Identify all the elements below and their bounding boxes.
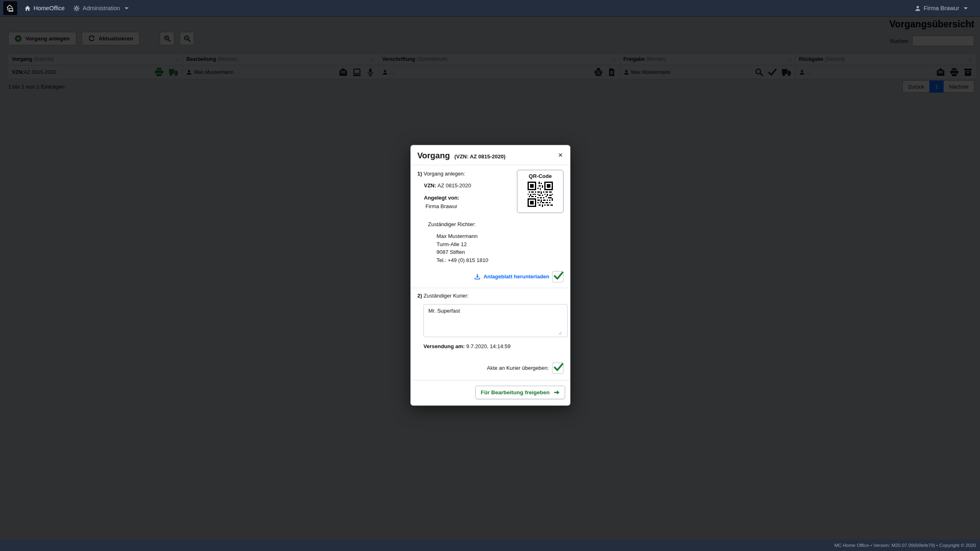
download-link-label: Anlageblatt herunterladen	[483, 273, 549, 280]
modal-footer: Für Bearbeitung freigeben	[411, 380, 570, 405]
step1-vzn: VZN: AZ 0815-2020	[424, 182, 471, 189]
courier-textarea[interactable]: Mr. Superfast	[423, 304, 568, 337]
qr-title: QR-Code	[520, 173, 561, 180]
handover-label: Akte an Kurier übergeben:	[487, 365, 549, 371]
handover-checkbox[interactable]	[552, 362, 564, 374]
modal-title: Vorgang	[417, 151, 450, 160]
step1-heading: 1) Vorgang anlegen:	[417, 171, 471, 177]
handover-row: Akte an Kurier übergeben:	[417, 362, 564, 375]
nav-brand-label: HomeOffice	[33, 5, 65, 11]
step1-created-value: Firma Brawur	[425, 203, 471, 210]
download-row: Anlageblatt herunterladen	[417, 271, 564, 282]
step1-text-block: 1) Vorgang anlegen: VZN: AZ 0815-2020 An…	[417, 171, 471, 215]
gear-icon	[74, 5, 80, 11]
richter-name: Max Mustermann	[437, 232, 564, 240]
app-footer: MC Home Office • Version: M20.07.09(66fe…	[0, 540, 980, 551]
nav-administration[interactable]: Administration	[74, 5, 129, 11]
release-for-bearbeitung-button[interactable]: Für Bearbeitung freigeben	[475, 386, 565, 399]
richter-street: Turm-Alle 12	[437, 240, 564, 249]
vorgang-modal: Vorgang (VZN: AZ 0815-2020) × 1) Vorgang…	[410, 145, 570, 406]
qr-card: QR-Code	[517, 170, 564, 213]
close-icon[interactable]: ×	[557, 151, 564, 159]
step2-heading: 2) Zuständiger Kurier:	[417, 293, 564, 299]
step2-block: 2) Zuständiger Kurier: Mr. Superfast Ver…	[417, 288, 564, 375]
house-icon	[24, 5, 31, 11]
modal-header: Vorgang (VZN: AZ 0815-2020) ×	[411, 145, 570, 165]
chevron-down-icon	[125, 7, 129, 9]
app-logo[interactable]	[3, 1, 17, 15]
step1-created-label: Angelegt von:	[424, 195, 471, 201]
arrow-right-icon	[554, 389, 560, 395]
nav-menu-label: Administration	[82, 5, 120, 11]
chevron-down-icon	[964, 7, 968, 9]
top-navbar: HomeOffice Administration Firma Brawur	[0, 0, 980, 16]
anlageblatt-checkbox[interactable]	[552, 271, 564, 282]
modal-body: 1) Vorgang anlegen: VZN: AZ 0815-2020 An…	[411, 165, 570, 380]
richter-label: Zuständiger Richter:	[428, 221, 564, 228]
release-button-label: Für Bearbeitung freigeben	[481, 389, 550, 395]
qr-code-image	[528, 182, 553, 207]
richter-city: 9087 Stiften	[437, 248, 564, 256]
user-menu[interactable]: Firma Brawur	[915, 5, 968, 11]
richter-phone: Tel.: +49 (0) 815 1810	[437, 256, 564, 264]
versand-line: Versendung am: 9.7.2020, 14:14:59	[423, 343, 564, 350]
user-name: Firma Brawur	[924, 5, 959, 11]
modal-subtitle: (VZN: AZ 0815-2020)	[454, 153, 506, 160]
download-icon	[474, 273, 481, 280]
richter-address: Max Mustermann Turm-Alle 12 9087 Stiften…	[437, 232, 564, 264]
download-anlageblatt-link[interactable]: Anlageblatt herunterladen	[474, 273, 549, 280]
footer-version-text: MC Home Office • Version: M20.07.09(66fe…	[834, 543, 976, 548]
person-icon	[915, 5, 921, 11]
nav-homeoffice[interactable]: HomeOffice	[24, 5, 65, 11]
